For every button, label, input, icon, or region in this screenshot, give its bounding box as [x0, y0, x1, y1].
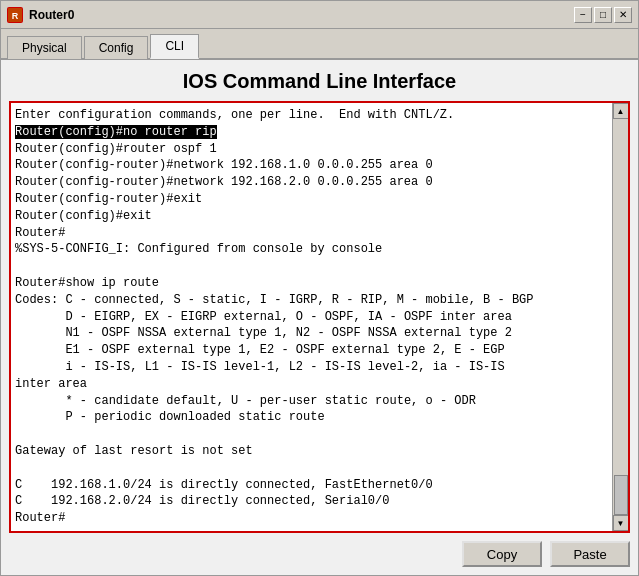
scrollbar-down[interactable]: ▼: [613, 515, 629, 531]
bottom-bar: Copy Paste: [1, 533, 638, 575]
scrollbar-thumb[interactable]: [614, 475, 628, 515]
maximize-button[interactable]: □: [594, 7, 612, 23]
paste-button[interactable]: Paste: [550, 541, 630, 567]
scrollbar-thumb-area: [613, 119, 628, 515]
cli-area: Enter configuration commands, one per li…: [1, 101, 638, 533]
tab-cli[interactable]: CLI: [150, 34, 199, 59]
app-icon: R: [7, 7, 23, 23]
scrollbar[interactable]: ▲ ▼: [612, 103, 628, 531]
highlight-line: Router(config)#no router rip: [15, 125, 217, 139]
main-window: R Router0 − □ ✕ Physical Config CLI IOS …: [0, 0, 639, 576]
terminal-wrapper: Enter configuration commands, one per li…: [9, 101, 630, 533]
window-controls: − □ ✕: [574, 7, 632, 23]
tab-physical[interactable]: Physical: [7, 36, 82, 59]
title-bar: R Router0 − □ ✕: [1, 1, 638, 29]
copy-button[interactable]: Copy: [462, 541, 542, 567]
window-title: Router0: [29, 8, 574, 22]
terminal-output[interactable]: Enter configuration commands, one per li…: [11, 103, 612, 531]
svg-text:R: R: [12, 11, 19, 21]
tab-config[interactable]: Config: [84, 36, 149, 59]
page-title: IOS Command Line Interface: [1, 60, 638, 101]
close-button[interactable]: ✕: [614, 7, 632, 23]
minimize-button[interactable]: −: [574, 7, 592, 23]
scrollbar-up[interactable]: ▲: [613, 103, 629, 119]
tab-bar: Physical Config CLI: [1, 29, 638, 60]
